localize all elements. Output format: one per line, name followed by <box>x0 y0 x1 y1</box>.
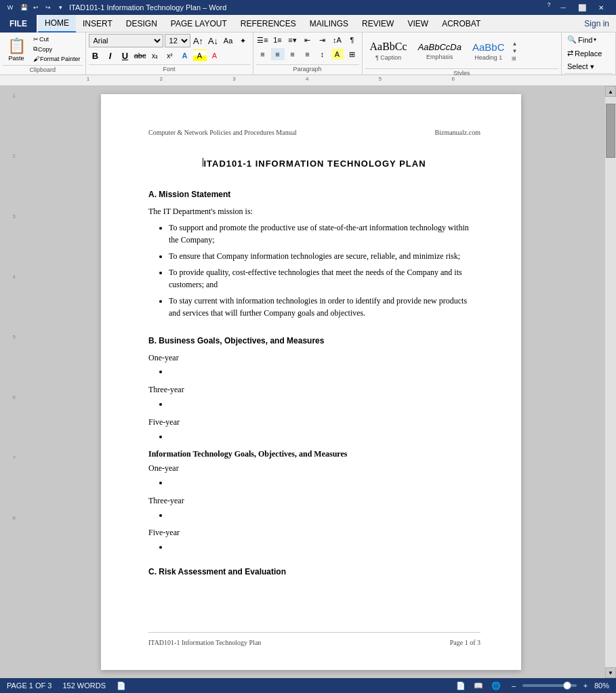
scrollbar-track[interactable] <box>605 97 616 667</box>
replace-button[interactable]: ⇄ Replace <box>564 47 604 59</box>
text-effects-button[interactable]: A <box>178 49 192 62</box>
it-five-year-label: Five-year <box>148 527 480 539</box>
editing-content: 🔍 Find ▾ ⇄ Replace Select ▾ <box>564 34 613 72</box>
menu-acrobat[interactable]: ACROBAT <box>435 15 487 33</box>
restore-button[interactable]: ⬜ <box>573 0 592 15</box>
font-name-select[interactable]: Arial <box>89 34 163 47</box>
five-year-bullet <box>169 431 480 442</box>
line-spacing-button[interactable]: ↕ <box>316 48 329 60</box>
emphasis-label: Emphasis <box>426 54 453 60</box>
doc-title[interactable]: ITAD101-1 INFORMATION TECHNOLOGY PLAN <box>148 158 480 170</box>
menu-design[interactable]: DESIGN <box>119 15 164 33</box>
menu-review[interactable]: REVIEW <box>355 15 401 33</box>
superscript-button[interactable]: x² <box>163 49 177 62</box>
find-button[interactable]: 🔍 Find ▾ <box>564 34 599 45</box>
format-painter-button[interactable]: 🖌 Format Painter <box>31 55 83 63</box>
help-icon[interactable]: ? <box>544 0 554 9</box>
word-icon: W <box>5 3 15 12</box>
show-marks-button[interactable]: ¶ <box>346 34 359 46</box>
read-mode-button[interactable]: 📖 <box>472 680 485 691</box>
menu-view[interactable]: VIEW <box>401 15 435 33</box>
zoom-out-button[interactable]: – <box>508 680 520 691</box>
menu-insert[interactable]: INSERT <box>76 15 119 33</box>
border-button[interactable]: ⊞ <box>346 48 359 60</box>
shading-button[interactable]: A <box>331 48 344 60</box>
doc-footer-spacer: ITAD101-1 Information Technology Plan Pa… <box>148 632 480 648</box>
align-left-button[interactable]: ≡ <box>256 48 270 60</box>
paragraph-group: ☰≡ 1≡ ≡▾ ⇤ ⇥ ↕A ¶ ≡ ≡ ≡ ≡ ↕ A ⊞ <box>253 33 363 75</box>
caption-style-item[interactable]: AaBbCc ¶ Caption <box>365 34 412 68</box>
change-case-button[interactable]: Aa <box>222 35 235 47</box>
caption-preview: AaBbCc <box>370 41 407 53</box>
cut-button[interactable]: ✂ Cut <box>31 35 83 43</box>
styles-preview: AaBbCc ¶ Caption AaBbCcDa Emphasis AaBbC… <box>365 34 510 68</box>
one-year-label: One-year <box>148 352 480 364</box>
scroll-down-button[interactable]: ▼ <box>605 667 616 678</box>
it-goals-heading: Information Technology Goals, Objectives… <box>148 448 480 460</box>
para-content: ☰≡ 1≡ ≡▾ ⇤ ⇥ ↕A ¶ ≡ ≡ ≡ ≡ ↕ A ⊞ <box>256 34 359 64</box>
highlight-button[interactable]: A <box>193 49 207 62</box>
copy-button[interactable]: ⧉ Copy <box>31 45 83 54</box>
shrink-font-button[interactable]: A↓ <box>207 35 220 47</box>
sort-button[interactable]: ↕A <box>331 34 344 46</box>
emphasis-style-item[interactable]: AaBbCcDa Emphasis <box>413 34 466 68</box>
file-menu[interactable]: FILE <box>0 15 37 33</box>
undo-icon[interactable]: ↩ <box>31 3 41 12</box>
zoom-in-button[interactable]: + <box>579 680 592 691</box>
heading1-label: Heading 1 <box>474 54 502 61</box>
bullet-item-1: To support and promote the productive us… <box>169 222 480 246</box>
web-layout-button[interactable]: 🌐 <box>490 680 502 691</box>
justify-button[interactable]: ≡ <box>301 48 314 60</box>
italic-button[interactable]: I <box>104 49 117 62</box>
redo-icon[interactable]: ↪ <box>43 3 53 12</box>
scrollbar-thumb[interactable] <box>606 104 615 158</box>
document-page[interactable]: Computer & Network Policies and Procedur… <box>101 94 521 670</box>
increase-indent-button[interactable]: ⇥ <box>316 34 329 46</box>
it-five-year: Five-year <box>148 527 480 553</box>
customize-icon[interactable]: ▾ <box>56 3 65 12</box>
multilevel-button[interactable]: ≡▾ <box>286 34 300 46</box>
numbering-button[interactable]: 1≡ <box>271 34 285 46</box>
menu-home[interactable]: HOME <box>38 15 76 33</box>
print-layout-view-button[interactable]: 📄 <box>455 680 467 691</box>
align-right-button[interactable]: ≡ <box>286 48 300 60</box>
bold-button[interactable]: B <box>89 49 102 62</box>
window-title: ITAD101-1 Information Technology Plan – … <box>69 3 226 12</box>
bullets-button[interactable]: ☰≡ <box>256 34 270 46</box>
heading1-preview: AaBbC <box>472 41 505 53</box>
grow-font-button[interactable]: A↑ <box>192 35 205 47</box>
styles-expand-arrow: ⊞ <box>512 56 517 62</box>
close-button[interactable]: ✕ <box>592 0 611 15</box>
menu-references[interactable]: REFERENCES <box>234 15 303 33</box>
subscript-button[interactable]: x₂ <box>148 49 162 62</box>
font-size-select[interactable]: 12 <box>165 34 190 47</box>
scroll-area[interactable]: Computer & Network Policies and Procedur… <box>17 86 605 678</box>
page-info: PAGE 1 OF 3 <box>7 681 52 690</box>
decrease-indent-button[interactable]: ⇤ <box>301 34 314 46</box>
strikethrough-button[interactable]: abc <box>134 49 147 62</box>
quick-access-toolbar: 💾 ↩ ↪ ▾ <box>19 3 65 12</box>
styles-scroll[interactable]: ▲ ▼ ⊞ <box>510 41 518 62</box>
title-bar: W 💾 ↩ ↪ ▾ ITAD101-1 Information Technolo… <box>0 0 616 15</box>
paste-button[interactable]: 📋 Paste <box>3 34 30 64</box>
it-three-year-bullets <box>169 509 480 521</box>
three-year-label: Three-year <box>148 384 480 396</box>
minimize-button[interactable]: ─ <box>554 0 573 15</box>
ribbon-row: 📋 Paste ✂ Cut ⧉ Copy 🖌 Format Painter Cl… <box>0 33 616 75</box>
menu-page-layout[interactable]: PAGE LAYOUT <box>164 15 234 33</box>
align-center-button[interactable]: ≡ <box>271 48 285 60</box>
font-color-button[interactable]: A <box>208 49 222 62</box>
it-one-year-bullets <box>169 477 480 488</box>
save-icon[interactable]: 💾 <box>19 3 28 12</box>
menu-mailings[interactable]: MAILINGS <box>303 15 355 33</box>
clear-format-button[interactable]: ✦ <box>237 35 250 47</box>
scrollbar[interactable]: ▲ ▼ <box>605 86 616 678</box>
clipboard-content: 📋 Paste ✂ Cut ⧉ Copy 🖌 Format Painter <box>3 34 83 64</box>
underline-button[interactable]: U <box>119 49 132 62</box>
select-button[interactable]: Select ▾ <box>564 61 597 72</box>
zoom-slider-track[interactable] <box>522 684 577 687</box>
heading1-style-item[interactable]: AaBbC Heading 1 <box>468 34 510 68</box>
sign-in-link[interactable]: Sign in <box>577 19 616 28</box>
scroll-up-button[interactable]: ▲ <box>605 86 616 97</box>
zoom-slider-thumb[interactable] <box>563 681 571 690</box>
